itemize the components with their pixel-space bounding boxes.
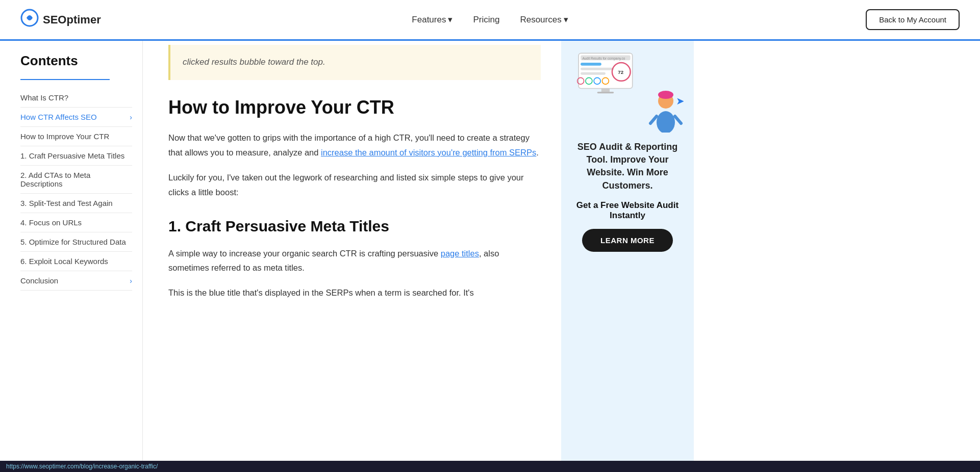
- right-ad-panel: Audit Results for company.co 72: [561, 41, 694, 472]
- back-to-account-button[interactable]: Back to My Account: [866, 9, 960, 30]
- svg-text:➤: ➤: [676, 95, 684, 107]
- section1-paragraph1: Now that we've gotten to grips with the …: [168, 130, 541, 160]
- serps-link[interactable]: increase the amount of visitors you're g…: [321, 148, 536, 157]
- svg-rect-14: [601, 88, 610, 92]
- section2-heading: 1. Craft Persuasive Meta Titles: [168, 216, 541, 236]
- svg-point-1: [28, 16, 32, 20]
- sidebar-item-split-test[interactable]: 3. Split-Test and Test Again: [20, 194, 132, 213]
- article-main: clicked results bubble toward the top. H…: [143, 41, 561, 472]
- section1-paragraph2: Luckily for you, I've taken out the legw…: [168, 170, 541, 200]
- person-illustration: ➤: [648, 87, 684, 133]
- svg-point-18: [658, 91, 673, 99]
- sidebar-item-focus-urls[interactable]: 4. Focus on URLs: [20, 213, 132, 232]
- monitor-svg: Audit Results for company.co 72: [576, 51, 643, 97]
- sidebar-item-ctr-affects-seo[interactable]: How CTR Affects SEO ›: [20, 108, 132, 127]
- arrow-icon-bottom: ›: [130, 277, 132, 285]
- sidebar-item-conclusion[interactable]: Conclusion ›: [20, 271, 132, 291]
- ad-illustration: Audit Results for company.co 72: [576, 51, 679, 133]
- sidebar-item-local-keywords[interactable]: 6. Exploit Local Keywords: [20, 252, 132, 271]
- sidebar-title: Contents: [20, 53, 132, 69]
- ad-cta-label: Get a Free Website Audit Instantly: [571, 200, 684, 221]
- quote-block: clicked results bubble toward the top.: [168, 45, 541, 80]
- sidebar-item-what-is-ctr[interactable]: What Is CTR?: [20, 88, 132, 108]
- arrow-icon: ›: [130, 113, 132, 121]
- status-url: https://www.seoptimer.com/blog/increase-…: [6, 463, 158, 470]
- nav-features[interactable]: Features ▾: [412, 14, 453, 25]
- svg-line-20: [675, 116, 681, 123]
- sidebar-item-meta-titles[interactable]: 1. Craft Persuasive Meta Titles: [20, 146, 132, 166]
- site-header: SEOptimer Features ▾ Pricing Resources ▾…: [0, 0, 980, 41]
- section2-paragraph1: A simple way to increase your organic se…: [168, 246, 541, 276]
- learn-more-button[interactable]: LEARN MORE: [582, 229, 673, 252]
- sidebar-item-structured-data[interactable]: 5. Optimize for Structured Data: [20, 232, 132, 252]
- quote-text: clicked results bubble toward the top.: [183, 55, 529, 70]
- logo-icon: [20, 9, 39, 31]
- logo-text: SEOptimer: [43, 13, 101, 27]
- main-nav: Features ▾ Pricing Resources ▾: [412, 14, 568, 25]
- svg-text:Audit Results for company.co: Audit Results for company.co: [582, 57, 625, 61]
- nav-pricing[interactable]: Pricing: [473, 15, 499, 25]
- svg-line-19: [650, 116, 657, 123]
- page-titles-link[interactable]: page titles: [441, 249, 479, 258]
- section2-paragraph2: This is the blue title that's displayed …: [168, 285, 541, 300]
- sidebar-item-improve-ctr[interactable]: How to Improve Your CTR: [20, 127, 132, 146]
- page-layout: Contents What Is CTR? How CTR Affects SE…: [0, 41, 980, 472]
- sidebar-divider: [20, 79, 110, 80]
- section1-heading: How to Improve Your CTR: [168, 96, 541, 118]
- svg-rect-15: [597, 92, 614, 93]
- svg-point-16: [657, 111, 675, 133]
- logo-area: SEOptimer: [20, 9, 101, 31]
- sidebar-item-ctas[interactable]: 2. Add CTAs to Meta Descriptions: [20, 166, 132, 194]
- svg-text:72: 72: [618, 69, 623, 75]
- ad-description: SEO Audit & Reporting Tool. Improve Your…: [571, 141, 684, 192]
- contents-sidebar: Contents What Is CTR? How CTR Affects SE…: [0, 41, 143, 472]
- chevron-down-icon: ▾: [448, 14, 453, 25]
- svg-rect-6: [581, 68, 614, 70]
- nav-resources[interactable]: Resources ▾: [520, 14, 568, 25]
- chevron-down-icon: ▾: [564, 14, 568, 25]
- svg-rect-5: [581, 63, 601, 66]
- svg-rect-7: [581, 72, 606, 75]
- status-bar: https://www.seoptimer.com/blog/increase-…: [0, 461, 980, 472]
